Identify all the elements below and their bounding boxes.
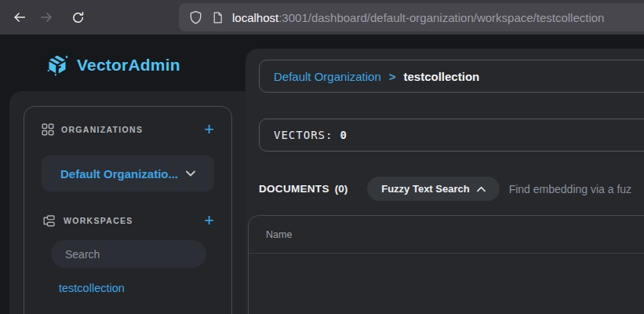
- url-path: :3001/dashboard/default-organization/wor…: [278, 11, 604, 24]
- chevron-down-icon: [186, 170, 195, 177]
- screen: localhost:3001/dashboard/default-organiz…: [0, 0, 644, 314]
- reload-button[interactable]: [64, 4, 91, 31]
- documents-count: (0): [335, 183, 348, 195]
- url-text: localhost:3001/dashboard/default-organiz…: [232, 11, 604, 24]
- workspaces-icon: [42, 215, 56, 227]
- vectoradmin-app: VectorAdmin ORGANIZATIONS + Default Orga…: [0, 35, 644, 314]
- breadcrumb-org-link[interactable]: Default Organization: [274, 70, 381, 83]
- vectors-label: VECTORS:: [274, 129, 333, 141]
- shield-icon: [188, 10, 203, 25]
- logo[interactable]: VectorAdmin: [45, 53, 180, 77]
- url-host: localhost: [232, 11, 278, 24]
- organizations-label: ORGANIZATIONS: [61, 125, 143, 134]
- embedding-search-input[interactable]: [509, 183, 644, 195]
- page-icon: [211, 11, 224, 24]
- chevron-up-icon: [477, 186, 486, 192]
- workspace-link-testcollection[interactable]: testcollection: [42, 282, 214, 294]
- column-header-name: Name: [266, 229, 292, 240]
- documents-table: Name: [248, 215, 644, 314]
- back-icon: [13, 10, 27, 24]
- main-content: Default Organization > testcollection VE…: [246, 49, 644, 314]
- url-bar[interactable]: localhost:3001/dashboard/default-organiz…: [179, 3, 644, 31]
- breadcrumb-separator: >: [389, 70, 396, 83]
- organization-select-label: Default Organizatio...: [60, 167, 178, 181]
- reload-icon: [71, 11, 85, 24]
- vectors-stat: VECTORS: 0: [259, 119, 644, 152]
- browser-toolbar: localhost:3001/dashboard/default-organiz…: [0, 0, 644, 35]
- documents-toolbar: DOCUMENTS (0) Fuzzy Text Search: [259, 177, 644, 201]
- vectors-value: 0: [340, 129, 347, 141]
- sidebar: ORGANIZATIONS + Default Organizatio... W…: [9, 91, 246, 314]
- search-mode-dropdown[interactable]: Fuzzy Text Search: [367, 177, 499, 201]
- documents-label: DOCUMENTS: [259, 183, 329, 195]
- documents-table-header: Name: [249, 216, 644, 254]
- workspaces-label: WORKSPACES: [64, 216, 133, 225]
- back-button[interactable]: [6, 4, 33, 31]
- logo-text: VectorAdmin: [77, 56, 180, 75]
- search-mode-label: Fuzzy Text Search: [381, 183, 469, 195]
- forward-button[interactable]: [33, 4, 60, 31]
- workspace-search-input[interactable]: [51, 248, 206, 261]
- organization-select[interactable]: Default Organizatio...: [42, 155, 214, 192]
- workspace-search: [51, 240, 206, 268]
- organizations-header: ORGANIZATIONS +: [42, 122, 214, 137]
- organizations-grid-icon: [42, 123, 54, 136]
- forward-icon: [39, 10, 53, 24]
- breadcrumb-workspace: testcollection: [404, 70, 480, 83]
- vectoradmin-logo-icon: [45, 53, 69, 77]
- sidebar-panel: ORGANIZATIONS + Default Organizatio... W…: [24, 106, 232, 314]
- breadcrumb: Default Organization > testcollection: [259, 60, 644, 93]
- add-workspace-button[interactable]: +: [204, 214, 214, 228]
- workspaces-header: WORKSPACES +: [42, 214, 214, 228]
- add-organization-button[interactable]: +: [204, 122, 214, 137]
